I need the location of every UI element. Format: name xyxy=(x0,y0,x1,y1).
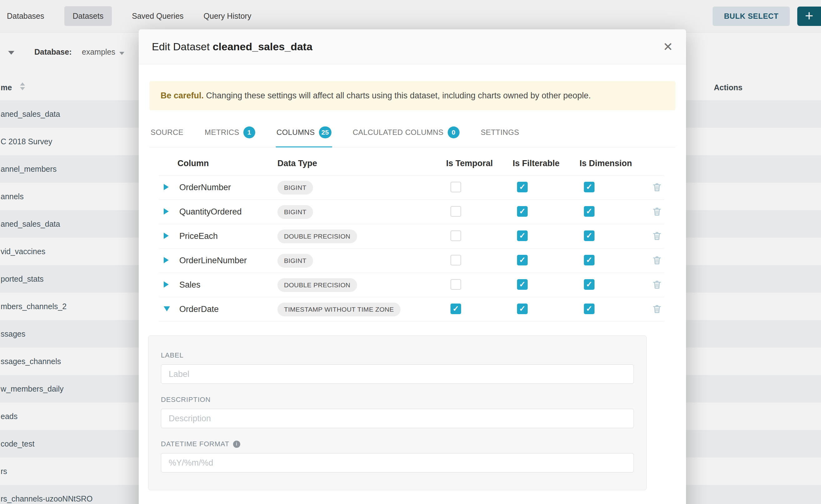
columns-table-header: Column Data Type Is Temporal Is Filterab… xyxy=(159,147,664,175)
is-dimension-checkbox[interactable] xyxy=(584,279,595,290)
is-temporal-checkbox[interactable] xyxy=(451,206,461,217)
is-dimension-checkbox[interactable] xyxy=(584,230,595,241)
row-actions-cell xyxy=(652,230,664,242)
datetime-format-field-label: DATETIME FORMAT xyxy=(161,440,634,448)
datatype-cell: BIGINT xyxy=(277,254,440,268)
tab-settings[interactable]: SETTINGS xyxy=(480,124,520,147)
collapse-caret-icon[interactable] xyxy=(164,306,170,311)
is-temporal-checkbox[interactable] xyxy=(451,279,461,290)
edit-dataset-modal: Edit Dataset cleaned_sales_data ✕ Be car… xyxy=(139,29,686,504)
is-temporal-checkbox[interactable] xyxy=(451,255,461,265)
datatype-pill: BIGINT xyxy=(277,205,313,219)
column-name: OrderNumber xyxy=(177,183,277,192)
is-temporal-cell xyxy=(440,230,507,242)
row-actions-cell xyxy=(652,206,664,218)
column-name: QuantityOrdered xyxy=(177,207,277,217)
tab-metrics[interactable]: METRICS1 xyxy=(204,124,256,147)
delete-column-icon[interactable] xyxy=(652,279,662,290)
is-temporal-cell xyxy=(440,206,507,218)
datatype-pill: BIGINT xyxy=(277,181,313,195)
tab-calculated-columns[interactable]: CALCULATED COLUMNS0 xyxy=(352,124,460,147)
tab-source[interactable]: SOURCE xyxy=(150,124,184,147)
column-editor-panel: LABEL DESCRIPTION DATETIME FORMAT xyxy=(148,335,647,490)
is-filterable-checkbox[interactable] xyxy=(517,230,528,241)
is-filterable-checkbox[interactable] xyxy=(517,255,528,265)
datatype-cell: BIGINT xyxy=(277,181,440,195)
tab-label: SOURCE xyxy=(151,128,183,137)
modal-tabs: SOURCEMETRICS1COLUMNS25CALCULATED COLUMN… xyxy=(149,124,675,147)
tab-count-badge: 0 xyxy=(448,126,460,138)
datetime-format-field: DATETIME FORMAT xyxy=(161,440,634,472)
is-temporal-checkbox[interactable] xyxy=(451,230,461,241)
delete-column-icon[interactable] xyxy=(652,206,662,217)
tab-label: METRICS xyxy=(205,128,239,137)
is-filterable-checkbox[interactable] xyxy=(517,206,528,217)
is-filterable-header: Is Filterable xyxy=(507,159,573,168)
expand-caret-icon[interactable] xyxy=(164,184,169,190)
warning-banner-bold: Be careful. xyxy=(161,91,204,100)
is-dimension-checkbox[interactable] xyxy=(584,255,595,265)
expand-caret-icon[interactable] xyxy=(164,257,169,263)
column-row: OrderDateTIMESTAMP WITHOUT TIME ZONE xyxy=(159,297,664,322)
expand-caret-icon[interactable] xyxy=(164,208,169,215)
label-input[interactable] xyxy=(161,364,634,384)
column-row: OrderLineNumberBIGINT xyxy=(159,249,664,273)
column-name: OrderLineNumber xyxy=(177,256,277,265)
is-dimension-cell xyxy=(573,279,648,291)
expand-cell xyxy=(159,233,177,240)
is-filterable-checkbox[interactable] xyxy=(517,279,528,290)
is-temporal-checkbox[interactable] xyxy=(451,182,461,192)
delete-column-icon[interactable] xyxy=(652,182,662,192)
row-actions-cell xyxy=(652,279,664,291)
is-dimension-checkbox[interactable] xyxy=(584,182,595,192)
columns-table-body: OrderNumberBIGINTQuantityOrderedBIGINTPr… xyxy=(159,175,664,322)
warning-banner: Be careful. Changing these settings will… xyxy=(149,81,675,110)
modal-title-dataset-name: cleaned_sales_data xyxy=(213,41,312,52)
column-row: SalesDOUBLE PRECISION xyxy=(159,273,664,297)
modal-header: Edit Dataset cleaned_sales_data ✕ xyxy=(139,29,686,64)
is-filterable-cell xyxy=(507,255,573,267)
close-icon[interactable]: ✕ xyxy=(663,41,673,53)
description-field: DESCRIPTION xyxy=(161,396,634,428)
column-row: QuantityOrderedBIGINT xyxy=(159,200,664,224)
is-filterable-checkbox[interactable] xyxy=(517,182,528,192)
delete-column-icon[interactable] xyxy=(652,304,662,314)
is-dimension-cell xyxy=(573,230,648,242)
is-filterable-cell xyxy=(507,230,573,242)
is-dimension-cell xyxy=(573,206,648,218)
expand-cell xyxy=(159,281,177,289)
delete-column-icon[interactable] xyxy=(652,255,662,265)
is-filterable-checkbox[interactable] xyxy=(517,304,528,314)
is-temporal-header: Is Temporal xyxy=(440,159,507,168)
expand-cell xyxy=(159,306,177,313)
expand-cell xyxy=(159,184,177,191)
column-name: OrderDate xyxy=(177,304,277,314)
delete-column-icon[interactable] xyxy=(652,230,662,241)
description-input[interactable] xyxy=(161,409,634,428)
datatype-pill: BIGINT xyxy=(277,254,313,268)
is-dimension-checkbox[interactable] xyxy=(584,206,595,217)
is-dimension-cell xyxy=(573,182,648,194)
expand-caret-icon[interactable] xyxy=(164,281,169,288)
description-field-label: DESCRIPTION xyxy=(161,396,634,404)
is-temporal-checkbox[interactable] xyxy=(451,304,461,314)
is-dimension-cell xyxy=(573,304,648,315)
row-actions-cell xyxy=(652,255,664,267)
label-field-label: LABEL xyxy=(161,351,634,359)
is-filterable-cell xyxy=(507,304,573,315)
is-filterable-cell xyxy=(507,182,573,194)
modal-body: Be careful. Changing these settings will… xyxy=(139,64,686,490)
row-actions-cell xyxy=(652,182,664,194)
datatype-pill: DOUBLE PRECISION xyxy=(277,278,357,292)
datatype-pill: TIMESTAMP WITHOUT TIME ZONE xyxy=(277,303,400,316)
is-dimension-checkbox[interactable] xyxy=(584,304,595,314)
info-icon[interactable] xyxy=(233,441,240,448)
tab-label: SETTINGS xyxy=(481,128,519,137)
datetime-format-label-text: DATETIME FORMAT xyxy=(161,440,229,448)
expand-cell xyxy=(159,208,177,216)
expand-caret-icon[interactable] xyxy=(164,233,169,239)
datatype-cell: DOUBLE PRECISION xyxy=(277,278,440,292)
datetime-format-input[interactable] xyxy=(161,453,634,472)
tab-columns[interactable]: COLUMNS25 xyxy=(276,124,332,147)
modal-title-prefix: Edit Dataset xyxy=(152,41,210,52)
